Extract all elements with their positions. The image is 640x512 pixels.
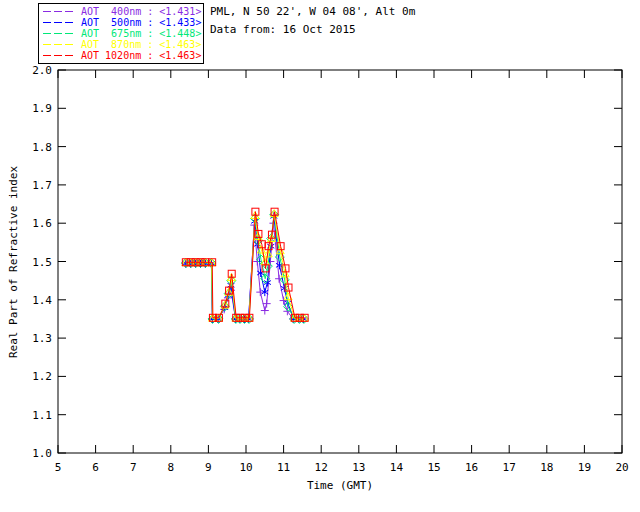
y-tick-label: 1.0 — [32, 447, 52, 460]
x-tick-label: 12 — [315, 461, 328, 474]
x-tick-label: 18 — [540, 461, 553, 474]
y-tick-label: 1.3 — [32, 332, 52, 345]
x-tick-label: 16 — [465, 461, 478, 474]
x-tick-label: 8 — [167, 461, 174, 474]
x-tick-label: 13 — [352, 461, 365, 474]
x-tick-label: 20 — [615, 461, 628, 474]
x-tick-label: 10 — [239, 461, 252, 474]
y-tick-label: 2.0 — [32, 64, 52, 77]
x-tick-label: 6 — [92, 461, 99, 474]
x-tick-label: 15 — [427, 461, 440, 474]
x-tick-label: 7 — [130, 461, 137, 474]
y-tick-label: 1.6 — [32, 217, 52, 230]
x-axis-title: Time (GMT) — [307, 479, 373, 492]
series-1020nm — [182, 208, 308, 321]
y-tick-label: 1.7 — [32, 179, 52, 192]
plot-frame — [58, 70, 622, 453]
x-tick-label: 11 — [277, 461, 290, 474]
y-tick-label: 1.1 — [32, 409, 52, 422]
y-tick-label: 1.9 — [32, 102, 52, 115]
x-tick-label: 9 — [205, 461, 212, 474]
y-tick-label: 1.8 — [32, 141, 52, 154]
x-tick-label: 17 — [503, 461, 516, 474]
x-tick-label: 5 — [55, 461, 62, 474]
y-tick-label: 1.4 — [32, 294, 52, 307]
aeronet-refractive-index-screen: PML, N 50 22', W 04 08', Alt 0m Data fro… — [0, 0, 640, 512]
y-tick-label: 1.2 — [32, 370, 52, 383]
x-tick-label: 19 — [578, 461, 591, 474]
y-tick-label: 1.5 — [32, 256, 52, 269]
x-tick-label: 14 — [390, 461, 404, 474]
refractive-index-chart: 5678910111213141516171819201.01.11.21.31… — [0, 0, 640, 512]
